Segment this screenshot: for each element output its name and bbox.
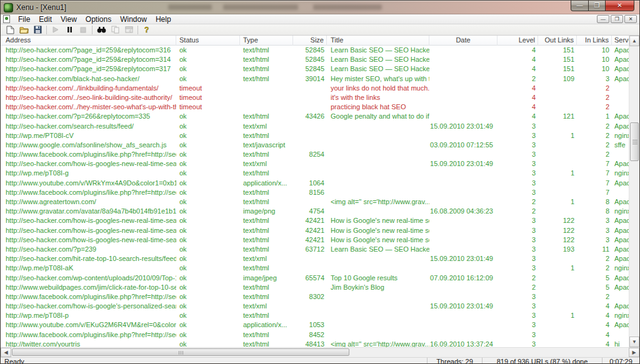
- cell-out_links: [538, 140, 577, 150]
- table-row[interactable]: http://seo-hacker.com/?page_id=259&reply…: [1, 55, 629, 64]
- table-row[interactable]: http://seo-hacker.com/?page_id=259&reply…: [1, 64, 629, 74]
- menu-file[interactable]: File: [14, 14, 34, 24]
- menu-window[interactable]: Window: [116, 14, 151, 24]
- title-bar[interactable]: Xenu - [Xenu1] — ❐ ✕: [1, 1, 639, 14]
- column-header[interactable]: Out Links: [538, 36, 577, 46]
- table-row[interactable]: http://seo-hacker.com/how-is-google's-pe…: [1, 302, 629, 311]
- vertical-scroll-track[interactable]: [629, 46, 639, 337]
- menu-help[interactable]: Help: [151, 14, 176, 24]
- table-row[interactable]: http://seo-hacker.com/../seo-link-buildi…: [1, 93, 629, 102]
- menu-view[interactable]: View: [56, 14, 81, 24]
- cell-status: timeout: [176, 93, 240, 102]
- table-row[interactable]: http://seo-hacker.com/how-is-googles-new…: [1, 226, 629, 235]
- table-row[interactable]: http://seo-hacker.com/?p=266&replytocom=…: [1, 112, 629, 121]
- column-header[interactable]: Size: [293, 36, 327, 46]
- scroll-up-icon[interactable]: ▲: [629, 36, 639, 46]
- stop-icon[interactable]: [76, 24, 90, 35]
- column-header[interactable]: Title: [327, 36, 429, 46]
- cell-server: Apac: [612, 64, 629, 74]
- table-row[interactable]: http://seo-hacker.com/?page_id=259&reply…: [1, 46, 629, 55]
- document-system-icon[interactable]: [3, 15, 10, 23]
- find-binoculars-icon[interactable]: [94, 24, 108, 35]
- minimize-button[interactable]: —: [571, 1, 589, 11]
- cell-level: 3: [498, 169, 538, 178]
- mdi-restore-icon[interactable]: ❐: [611, 15, 623, 23]
- table-row[interactable]: http://wp.me/pT08I-poktext/html314nginx: [1, 311, 629, 320]
- pause-icon[interactable]: [62, 24, 76, 35]
- column-header[interactable]: In Links: [577, 36, 612, 46]
- table-row[interactable]: http://www.facebook.com/plugins/like.php…: [1, 188, 629, 197]
- column-header[interactable]: Type: [240, 36, 293, 46]
- properties-icon[interactable]: [122, 24, 136, 35]
- horizontal-scroll-track[interactable]: [11, 348, 629, 357]
- table-row[interactable]: http://www.google.com/afsonline/show_afs…: [1, 140, 629, 150]
- table-row[interactable]: http://seo-hacker.com/how-is-googles-new…: [1, 159, 629, 169]
- cell-size: [293, 254, 327, 263]
- column-header[interactable]: Date: [429, 36, 498, 46]
- copy-icon[interactable]: [108, 24, 122, 35]
- menu-options[interactable]: Options: [81, 14, 116, 24]
- cell-server: Apac: [612, 159, 629, 169]
- mdi-close-icon[interactable]: ✕: [624, 15, 637, 23]
- open-folder-icon[interactable]: [17, 24, 31, 35]
- cell-server: Apac: [612, 55, 629, 64]
- cell-level: 4: [498, 112, 538, 121]
- column-header[interactable]: Serve: [612, 36, 629, 46]
- maximize-button[interactable]: ❐: [589, 1, 606, 11]
- table-row[interactable]: http://seo-hacker.com/?p=239oktext/html6…: [1, 245, 629, 254]
- table-row[interactable]: http://seo-hacker.com/wp-content/uploads…: [1, 273, 629, 283]
- cell-server: nginx: [612, 207, 629, 216]
- table-row[interactable]: http://seo-hacker.com/how-is-googles-new…: [1, 216, 629, 225]
- horizontal-scrollbar[interactable]: ◀ ▶: [1, 347, 639, 357]
- cell-address: http://seo-hacker.com/black-hat-seo-hack…: [1, 74, 176, 84]
- cell-status: ok: [176, 74, 240, 84]
- table-row[interactable]: http://seo-hacker.com/../linkbuilding-fu…: [1, 84, 629, 93]
- cell-type: text/html: [240, 46, 293, 55]
- cell-server: Apac: [612, 112, 629, 121]
- vertical-scrollbar[interactable]: ▲ ▼: [629, 36, 639, 347]
- table-row[interactable]: http://seo-hacker.com/hit-rate-top-10-se…: [1, 254, 629, 263]
- new-document-icon[interactable]: [3, 24, 17, 35]
- table-row[interactable]: http://seo-hacker.com/search-results/fee…: [1, 122, 629, 131]
- column-header[interactable]: Level: [498, 36, 538, 46]
- play-icon[interactable]: [49, 24, 62, 35]
- table-row[interactable]: http://www.facebook.com/plugins/like.php…: [1, 330, 629, 340]
- column-header[interactable]: Status: [176, 36, 240, 46]
- cell-address: http://twitter.com/yourtris: [1, 340, 176, 347]
- mdi-minimize-icon[interactable]: —: [597, 15, 609, 23]
- scroll-right-icon[interactable]: ▶: [629, 348, 639, 357]
- table-row[interactable]: http://www.facebook.com/plugins/like.php…: [1, 150, 629, 159]
- cell-date: [429, 131, 498, 140]
- table-row[interactable]: http://wp.me/pT08I-aKoktext/html312nginx: [1, 263, 629, 273]
- cell-level: 2: [498, 197, 538, 207]
- menu-edit[interactable]: Edit: [34, 14, 56, 24]
- scroll-down-icon[interactable]: ▼: [629, 337, 639, 347]
- table-row[interactable]: http://wp.me/pT08I-goktext/html317nginx: [1, 169, 629, 178]
- table-row[interactable]: http://wp.me/PT08I-cVoktext/html312nginx: [1, 131, 629, 140]
- table-row[interactable]: http://twitter.com/yourtrisoktext/html48…: [1, 340, 629, 347]
- table-row[interactable]: http://www.agreatertown.com/oktext/html<…: [1, 197, 629, 207]
- cell-title: [327, 131, 429, 140]
- table-row[interactable]: http://seo-hacker.com/how-is-googles-new…: [1, 235, 629, 245]
- table-row[interactable]: http://www.youtube.com/v/WRkYmx4A9Do&col…: [1, 179, 629, 188]
- table-row[interactable]: http://www.youtube.com/v/EKuG2M6R4VM&rel…: [1, 320, 629, 330]
- cell-type: text/html: [240, 226, 293, 235]
- help-icon[interactable]: ?: [140, 24, 154, 35]
- save-icon[interactable]: [31, 24, 44, 35]
- horizontal-scroll-thumb[interactable]: [12, 348, 349, 356]
- cell-type: text/html: [240, 112, 293, 121]
- table-row[interactable]: http://www.gravatar.com/avatar/8a94a7b4b…: [1, 207, 629, 216]
- table-row[interactable]: http://seo-hacker.com/../hey-mister-seo-…: [1, 102, 629, 112]
- table-row[interactable]: http://www.facebook.com/plugins/like.php…: [1, 292, 629, 302]
- close-button[interactable]: ✕: [606, 1, 634, 11]
- scroll-left-icon[interactable]: ◀: [1, 348, 11, 357]
- table-row[interactable]: http://www.webuildpages.com/jim/click-ra…: [1, 283, 629, 292]
- cell-type: [240, 93, 293, 102]
- cell-in_links: 3: [577, 235, 612, 245]
- column-header[interactable]: Address: [1, 36, 176, 46]
- vertical-scroll-thumb[interactable]: [630, 122, 639, 161]
- cell-in_links: 2: [577, 122, 612, 131]
- cell-type: [240, 102, 293, 112]
- cell-level: 3: [498, 320, 538, 330]
- table-row[interactable]: http://seo-hacker.com/black-hat-seo-hack…: [1, 74, 629, 84]
